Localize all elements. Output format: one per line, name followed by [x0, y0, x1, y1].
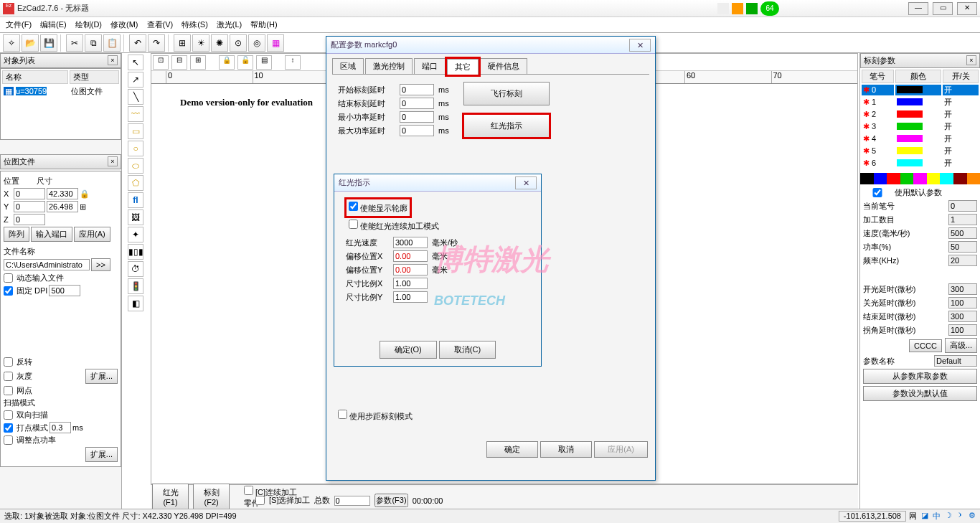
node-tool-icon[interactable]: ↗ — [128, 72, 143, 88]
inner-cancel-button[interactable]: 取消(C) — [439, 341, 496, 359]
enable-cont-checkbox[interactable] — [349, 220, 358, 229]
circle-tool-icon[interactable]: ○ — [128, 141, 143, 156]
menu-special[interactable]: 特殊(S) — [177, 18, 212, 32]
curve-tool-icon[interactable]: 〰 — [128, 106, 143, 122]
dynamic-input-checkbox[interactable] — [4, 273, 13, 283]
undo-icon[interactable]: ↶ — [129, 34, 146, 52]
count-input[interactable] — [948, 214, 977, 225]
offx-input[interactable] — [393, 250, 428, 262]
maxpwr-input[interactable] — [400, 125, 434, 136]
layer-icon[interactable]: ▤ — [256, 55, 272, 70]
timer-tool-icon[interactable]: ⏱ — [128, 261, 143, 277]
dpi-input[interactable] — [49, 285, 80, 296]
input-port-tab[interactable]: 输入端口 — [31, 227, 72, 242]
align-icon[interactable]: ⊡ — [153, 55, 169, 70]
offy-input[interactable] — [393, 264, 428, 275]
enddelay-input[interactable] — [948, 311, 977, 322]
lock-icon[interactable]: 🔒 — [80, 189, 90, 199]
copy-icon[interactable]: ⧉ — [85, 34, 102, 52]
height-input[interactable] — [47, 201, 78, 212]
rect-tool-icon[interactable]: ▭ — [128, 123, 143, 139]
y-input[interactable] — [14, 201, 45, 212]
freq-input[interactable] — [948, 255, 977, 266]
fix-dpi-checkbox[interactable] — [4, 286, 13, 296]
tab-port[interactable]: 端口 — [414, 58, 446, 74]
menu-modify[interactable]: 修改(M) — [106, 18, 143, 32]
open-icon[interactable]: 📂 — [22, 34, 39, 52]
color-bar[interactable] — [860, 173, 980, 184]
light-tool-icon[interactable]: 🚦 — [128, 278, 143, 294]
ungroup-icon[interactable]: ⊞ — [190, 55, 206, 70]
group-icon[interactable]: ⊟ — [171, 55, 187, 70]
bidir-checkbox[interactable] — [4, 410, 13, 420]
apply-button[interactable]: 应用(A) — [74, 227, 110, 242]
vector-tool-icon[interactable]: ✦ — [128, 227, 143, 242]
dotmode-checkbox[interactable] — [4, 423, 13, 433]
pen-table[interactable]: 笔号颜色开/关 ✱ 0开 ✱ 1开 ✱ 2开 ✱ 3开 ✱ 4开 ✱ 5开 ✱ … — [860, 68, 980, 170]
speed-input[interactable] — [948, 227, 977, 239]
light-icon[interactable]: ☀ — [192, 34, 209, 52]
sclx-input[interactable] — [393, 278, 428, 289]
image-tool-icon[interactable]: 🖼 — [128, 209, 143, 225]
enable-contour-checkbox[interactable] — [349, 202, 358, 211]
save-icon[interactable]: 💾 — [40, 34, 57, 52]
select-tool-icon[interactable]: ↖ — [128, 55, 143, 70]
menu-draw[interactable]: 绘制(D) — [71, 18, 106, 32]
cccc-button[interactable]: CCCC — [909, 339, 942, 352]
menu-view[interactable]: 查看(V) — [143, 18, 178, 32]
use-default-checkbox[interactable] — [863, 188, 892, 197]
new-icon[interactable]: ✧ — [3, 34, 20, 52]
set-default-button[interactable]: 参数设为默认值 — [863, 386, 977, 401]
continuous-checkbox[interactable] — [244, 486, 253, 495]
redo-icon[interactable]: ↷ — [148, 34, 165, 52]
zoom-icon[interactable]: ⊙ — [230, 34, 247, 52]
flymark-button[interactable]: 飞行标刻 — [463, 82, 550, 105]
obj-name[interactable]: u=30759 — [16, 87, 47, 95]
reverse-checkbox[interactable] — [4, 357, 13, 367]
redlight-button[interactable]: 红光(F1) — [152, 484, 189, 510]
offdelay-input[interactable] — [948, 297, 977, 308]
maximize-button[interactable]: ▭ — [933, 2, 953, 15]
dot-checkbox[interactable] — [4, 386, 13, 395]
lang-icon[interactable]: 中 — [933, 511, 941, 522]
lock-icon[interactable]: 🔒 — [219, 55, 235, 70]
cornerdelay-input[interactable] — [948, 324, 977, 336]
paramname-input[interactable] — [934, 355, 977, 367]
inner-ok-button[interactable]: 确定(O) — [380, 341, 437, 359]
stepmode-checkbox[interactable] — [338, 410, 347, 419]
expand2-button[interactable]: 扩展... — [85, 447, 118, 462]
object-list[interactable]: 名称类型 ▦ u=30759位图文件 — [0, 68, 121, 140]
redlight-button[interactable]: 红光指示 — [463, 114, 550, 138]
tab-laser[interactable]: 激光控制 — [365, 58, 413, 74]
ellipse-tool-icon[interactable]: ⬭ — [128, 158, 143, 174]
minimize-button[interactable]: — — [908, 2, 928, 15]
browse-button[interactable]: >> — [91, 258, 110, 271]
hatch-icon[interactable]: ▦ — [267, 34, 284, 52]
tab-area[interactable]: 区域 — [332, 58, 364, 74]
mark-button[interactable]: 标刻(F2) — [193, 484, 230, 510]
from-lib-button[interactable]: 从参数库取参数 — [863, 369, 977, 384]
anchor-icon[interactable]: ⊞ — [80, 202, 86, 212]
inner-close-icon[interactable]: ✕ — [515, 176, 537, 189]
power-input[interactable] — [948, 241, 977, 253]
target-icon[interactable]: ◎ — [248, 34, 265, 52]
menu-laser[interactable]: 激光(L) — [212, 18, 246, 32]
startdelay-input[interactable] — [400, 84, 434, 95]
minpwr-input[interactable] — [400, 111, 434, 123]
gear-icon[interactable]: ⚙ — [969, 511, 976, 522]
adjpower-checkbox[interactable] — [4, 435, 13, 445]
advanced-button[interactable]: 高级... — [945, 338, 977, 353]
select-mark-checkbox[interactable] — [255, 496, 265, 505]
curpen-input[interactable] — [948, 200, 977, 212]
snap-icon[interactable]: ⊞ — [174, 34, 191, 52]
param-button[interactable]: 参数(F3) — [374, 494, 407, 507]
unlock-icon[interactable]: 🔓 — [237, 55, 253, 70]
z-input[interactable] — [14, 214, 45, 225]
width-input[interactable] — [47, 188, 78, 199]
panel-close-icon[interactable]: × — [108, 156, 118, 166]
tab-hwinfo[interactable]: 硬件信息 — [480, 58, 527, 74]
expand-button[interactable]: 扩展... — [85, 369, 118, 384]
barcode-tool-icon[interactable]: ▮▯▮ — [128, 244, 143, 260]
dotval-input[interactable] — [50, 422, 71, 433]
menu-file[interactable]: 文件(F) — [1, 18, 36, 32]
